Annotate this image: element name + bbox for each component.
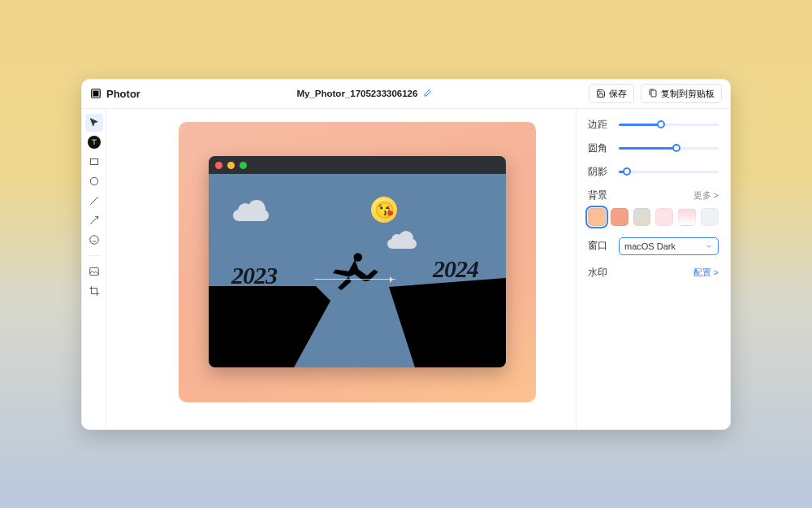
edit-icon bbox=[422, 89, 432, 98]
window-titlebar bbox=[209, 156, 506, 174]
chevron-down-icon bbox=[705, 242, 713, 250]
watermark-config-link[interactable]: 配置 > bbox=[693, 267, 719, 279]
svg-point-5 bbox=[89, 235, 98, 244]
watermark-control: 水印 配置 > bbox=[588, 267, 719, 279]
svg-rect-1 bbox=[93, 91, 98, 96]
copy-button[interactable]: 复制到剪贴板 bbox=[641, 84, 722, 103]
background-section: 背景 更多 > bbox=[588, 189, 719, 226]
topbar-actions: 保存 复制到剪贴板 bbox=[589, 84, 722, 103]
cloud-icon bbox=[387, 239, 417, 249]
canvas-frame: 😘 2023 2024 bbox=[179, 122, 536, 402]
mock-window: 😘 2023 2024 bbox=[209, 156, 506, 367]
jumping-figure bbox=[322, 251, 387, 300]
tool-emoji[interactable] bbox=[85, 231, 103, 249]
clipboard-icon bbox=[648, 89, 658, 98]
brand-icon bbox=[90, 88, 102, 99]
properties-panel: 边距 圆角 阴影 背景 更多 > bbox=[576, 109, 730, 429]
padding-control: 边距 bbox=[588, 119, 719, 131]
canvas-area[interactable]: 😘 2023 2024 bbox=[106, 109, 576, 429]
tool-text[interactable] bbox=[88, 136, 101, 149]
tool-crop[interactable] bbox=[85, 282, 103, 300]
swatch[interactable] bbox=[655, 208, 673, 226]
brand: Photor bbox=[90, 88, 140, 100]
cliff-right bbox=[376, 278, 506, 367]
document-title[interactable]: My_Photor_1705233306126 bbox=[149, 89, 581, 98]
swatch[interactable] bbox=[701, 208, 719, 226]
traffic-light-min bbox=[227, 162, 235, 169]
swatch[interactable] bbox=[611, 208, 628, 226]
cloud-icon bbox=[233, 210, 269, 221]
background-swatches bbox=[588, 208, 719, 226]
svg-rect-2 bbox=[651, 90, 656, 97]
year-from: 2023 bbox=[231, 262, 277, 289]
tool-rect[interactable] bbox=[85, 153, 103, 171]
left-toolbar bbox=[82, 109, 106, 429]
shadow-label: 阴影 bbox=[588, 166, 611, 178]
window-style-select[interactable]: macOS Dark bbox=[619, 237, 719, 255]
document-name: My_Photor_1705233306126 bbox=[296, 89, 417, 98]
save-icon bbox=[596, 89, 606, 98]
scene: 😘 2023 2024 bbox=[209, 174, 506, 367]
tool-circle[interactable] bbox=[85, 172, 103, 190]
swatch[interactable] bbox=[678, 208, 696, 226]
tool-arrow[interactable] bbox=[85, 211, 103, 229]
swatch[interactable] bbox=[588, 208, 606, 226]
save-button[interactable]: 保存 bbox=[589, 84, 634, 103]
window-style-value: macOS Dark bbox=[624, 241, 676, 251]
emoji-sticker[interactable]: 😘 bbox=[371, 197, 397, 223]
copy-label: 复制到剪贴板 bbox=[661, 88, 715, 100]
tool-image[interactable] bbox=[85, 263, 103, 280]
year-to: 2024 bbox=[433, 255, 478, 283]
tool-cursor[interactable] bbox=[85, 114, 103, 132]
svg-rect-3 bbox=[90, 158, 97, 164]
svg-rect-6 bbox=[89, 267, 98, 275]
cliff-left bbox=[209, 286, 330, 367]
arrow-icon bbox=[314, 279, 395, 280]
background-label: 背景 bbox=[588, 189, 607, 202]
tool-divider bbox=[87, 255, 102, 256]
background-more-link[interactable]: 更多 > bbox=[693, 189, 719, 202]
traffic-light-close bbox=[215, 162, 222, 169]
watermark-label: 水印 bbox=[588, 267, 607, 279]
shadow-control: 阴影 bbox=[588, 166, 719, 178]
traffic-light-max bbox=[240, 162, 247, 169]
svg-point-4 bbox=[90, 177, 97, 185]
brand-name: Photor bbox=[106, 88, 140, 100]
save-label: 保存 bbox=[609, 88, 627, 100]
swatch[interactable] bbox=[633, 208, 651, 226]
tool-line[interactable] bbox=[85, 192, 103, 210]
app-window: Photor My_Photor_1705233306126 保存 复制到剪贴板 bbox=[81, 79, 731, 430]
radius-label: 圆角 bbox=[588, 142, 611, 154]
radius-slider[interactable] bbox=[619, 147, 719, 150]
padding-label: 边距 bbox=[588, 119, 611, 131]
radius-control: 圆角 bbox=[588, 142, 719, 154]
shadow-slider[interactable] bbox=[619, 171, 719, 173]
app-body: 😘 2023 2024 边距 bbox=[82, 109, 730, 429]
padding-slider[interactable] bbox=[619, 124, 719, 126]
window-style-control: 窗口 macOS Dark bbox=[588, 237, 719, 255]
topbar: Photor My_Photor_1705233306126 保存 复制到剪贴板 bbox=[82, 80, 730, 109]
window-label: 窗口 bbox=[588, 240, 611, 252]
